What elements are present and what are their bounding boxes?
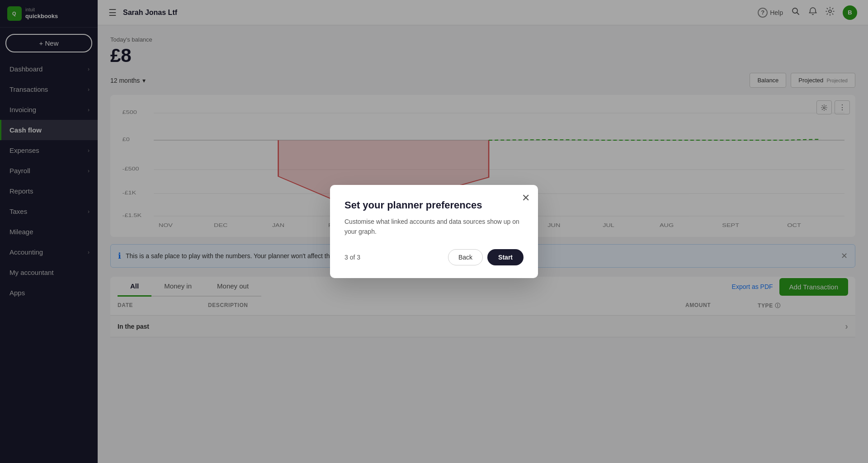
modal-back-button[interactable]: Back (448, 249, 483, 265)
modal-description: Customise what linked accounts and data … (344, 217, 524, 237)
modal-overlay: ✕ Set your planner preferences Customise… (0, 0, 868, 463)
modal-buttons: Back Start (448, 249, 524, 265)
modal-close-button[interactable]: ✕ (522, 192, 530, 204)
modal-title: Set your planner preferences (344, 199, 524, 211)
modal-start-button[interactable]: Start (487, 249, 524, 265)
modal-footer: 3 of 3 Back Start (344, 249, 524, 265)
planner-preferences-modal: ✕ Set your planner preferences Customise… (330, 185, 538, 279)
modal-steps-label: 3 of 3 (344, 254, 360, 261)
